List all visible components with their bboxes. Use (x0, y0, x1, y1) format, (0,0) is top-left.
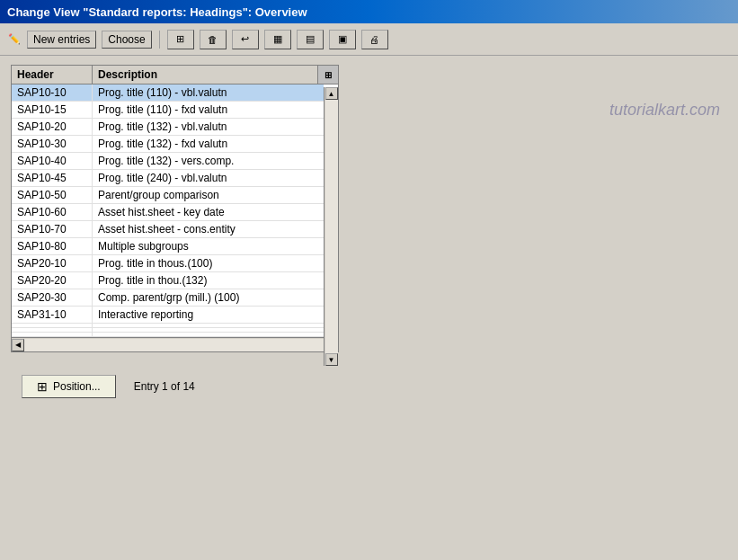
scroll-down-btn[interactable]: ▼ (325, 353, 338, 366)
cell-header: SAP10-60 (12, 204, 93, 220)
print-button[interactable]: 🖨 (361, 30, 388, 49)
cell-description: Asset hist.sheet - cons.entity (93, 221, 324, 237)
cell-header: SAP20-20 (12, 272, 93, 289)
watermark: tutorialkart.com (609, 101, 720, 120)
col-header-header: Header (12, 66, 93, 84)
cell-header (12, 328, 93, 332)
delete-icon: 🗑 (206, 32, 220, 47)
edit-icon: ✏️ (7, 32, 22, 47)
table-row[interactable]: SAP10-70Asset hist.sheet - cons.entity (12, 221, 324, 238)
table-row[interactable]: SAP10-50Parent/group comparison (12, 187, 324, 204)
cell-description: Prog. title (132) - vers.comp. (93, 153, 324, 169)
preview-icon: ▣ (335, 32, 350, 47)
table-row[interactable]: SAP20-20Prog. title in thou.(132) (12, 272, 324, 289)
cell-header: SAP10-50 (12, 187, 93, 203)
undo-icon: ↩ (238, 32, 253, 47)
cell-header (12, 333, 93, 336)
table-row[interactable]: SAP10-20Prog. title (132) - vbl.valutn (12, 119, 324, 136)
table-row[interactable]: SAP10-80Multiple subgroups (12, 238, 324, 255)
cell-header: SAP10-10 (12, 84, 93, 101)
cell-header: SAP10-80 (12, 238, 93, 254)
table-header-row: Header Description ⊞ (12, 66, 338, 84)
copy-button[interactable]: ⊞ (167, 30, 194, 49)
cell-description: Multiple subgroups (93, 238, 324, 254)
toolbar: ✏️ New entries Choose ⊞ 🗑 ↩ ▦ ▤ ▣ 🖨 (0, 23, 738, 56)
toolbar-separator-1 (159, 31, 160, 49)
column-settings-icon: ⊞ (325, 70, 332, 80)
cell-description: Prog. title in thous.(100) (93, 255, 324, 271)
cell-header: SAP10-40 (12, 153, 93, 169)
cell-header: SAP20-30 (12, 289, 93, 306)
table-row[interactable]: SAP31-10Interactive reporting (12, 307, 324, 324)
table-button[interactable]: ▤ (297, 30, 324, 49)
hscroll-left-btn[interactable]: ◀ (12, 339, 24, 351)
preview-button[interactable]: ▣ (329, 30, 356, 49)
cell-header: SAP10-30 (12, 136, 93, 152)
cell-description: Parent/group comparison (93, 187, 324, 203)
cell-header: SAP10-45 (12, 170, 93, 186)
table-row[interactable]: SAP10-10Prog. title (110) - vbl.valutn (12, 84, 324, 102)
cell-description (93, 333, 324, 336)
cell-description: Asset hist.sheet - key date (93, 204, 324, 220)
grid-button[interactable]: ▦ (264, 30, 291, 49)
table-row[interactable]: SAP10-40Prog. title (132) - vers.comp. (12, 153, 324, 170)
delete-button[interactable]: 🗑 (200, 30, 227, 49)
title-text: Change View "Standard reports: Headings"… (7, 5, 307, 19)
col-header-description: Description (93, 66, 318, 84)
print-icon: 🖨 (368, 32, 382, 47)
table-row[interactable]: SAP10-45Prog. title (240) - vbl.valutn (12, 170, 324, 187)
title-bar: Change View "Standard reports: Headings"… (0, 0, 738, 23)
hscroll-track[interactable] (24, 339, 325, 351)
cell-header: SAP20-10 (12, 255, 93, 271)
col-header-icon[interactable]: ⊞ (318, 66, 338, 84)
table-row[interactable]: SAP10-15Prog. title (110) - fxd valutn (12, 102, 324, 119)
scroll-track (325, 100, 338, 353)
new-entries-button[interactable]: New entries (27, 31, 96, 49)
cell-header: SAP10-15 (12, 102, 93, 118)
cell-header (12, 324, 93, 327)
copy-icon: ⊞ (173, 32, 188, 47)
position-button[interactable]: ⊞ Position... (22, 375, 116, 398)
table-row[interactable]: SAP10-60Asset hist.sheet - key date (12, 204, 324, 221)
grid-icon: ▦ (271, 32, 285, 47)
position-icon: ⊞ (37, 379, 48, 394)
table-row[interactable]: SAP10-30Prog. title (132) - fxd valutn (12, 136, 324, 153)
table-container: Header Description ⊞ SAP10-10Prog. title… (11, 65, 339, 352)
cell-header: SAP31-10 (12, 307, 93, 323)
table-icon: ▤ (303, 32, 317, 47)
position-label: Position... (53, 380, 101, 393)
undo-button[interactable]: ↩ (232, 30, 259, 49)
cell-description (93, 328, 324, 332)
cell-description: Prog. title (110) - vbl.valutn (93, 84, 324, 101)
vertical-scrollbar: ▲▼ (324, 87, 338, 366)
cell-header: SAP10-20 (12, 119, 93, 135)
choose-button[interactable]: Choose (102, 31, 151, 49)
table-body: SAP10-10Prog. title (110) - vbl.valutnSA… (12, 84, 324, 337)
bottom-bar: ⊞ Position... Entry 1 of 14 (11, 361, 727, 412)
cell-header: SAP10-70 (12, 221, 93, 237)
cell-description: Prog. title (132) - vbl.valutn (93, 119, 324, 135)
cell-description: Prog. title (132) - fxd valutn (93, 136, 324, 152)
bottom-scrollbar: ◀ ▶ (12, 337, 338, 351)
cell-description: Prog. title in thou.(132) (93, 272, 324, 289)
entry-info: Entry 1 of 14 (134, 380, 195, 393)
cell-description: Prog. title (110) - fxd valutn (93, 102, 324, 118)
cell-description: Comp. parent/grp (mill.) (100) (93, 289, 324, 306)
cell-description: Prog. title (240) - vbl.valutn (93, 170, 324, 186)
table-row[interactable]: SAP20-10Prog. title in thous.(100) (12, 255, 324, 272)
main-content: tutorialkart.com Header Description ⊞ SA… (0, 56, 738, 421)
scroll-up-btn[interactable]: ▲ (325, 87, 338, 100)
cell-description (93, 324, 324, 327)
cell-description: Interactive reporting (93, 307, 324, 323)
table-row[interactable]: SAP20-30Comp. parent/grp (mill.) (100) (12, 289, 324, 307)
